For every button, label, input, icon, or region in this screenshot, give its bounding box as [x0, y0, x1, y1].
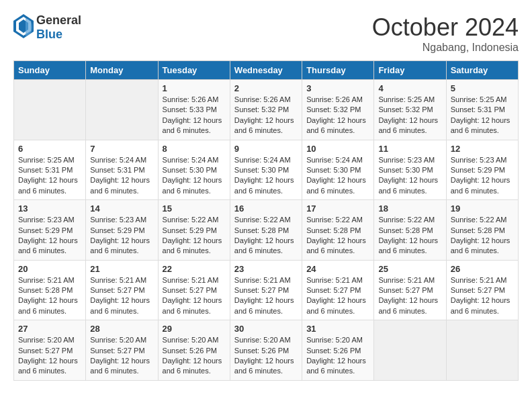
day-cell: 10 Sunrise: 5:24 AMSunset: 5:30 PMDaylig… — [302, 140, 374, 200]
day-number: 27 — [18, 324, 81, 334]
day-cell: 23 Sunrise: 5:21 AMSunset: 5:27 PMDaylig… — [230, 260, 302, 320]
day-number: 11 — [378, 144, 441, 154]
week-row-5: 27 Sunrise: 5:20 AMSunset: 5:27 PMDaylig… — [14, 320, 519, 381]
day-cell — [86, 80, 158, 140]
day-info: Sunrise: 5:26 AMSunset: 5:32 PMDaylight:… — [234, 95, 294, 134]
day-info: Sunrise: 5:23 AMSunset: 5:29 PMDaylight:… — [90, 216, 150, 255]
location: Ngabang, Indonesia — [372, 42, 519, 54]
day-info: Sunrise: 5:22 AMSunset: 5:28 PMDaylight:… — [451, 216, 511, 255]
day-cell: 8 Sunrise: 5:24 AMSunset: 5:30 PMDayligh… — [158, 140, 230, 200]
col-header-tuesday: Tuesday — [158, 61, 230, 80]
col-header-sunday: Sunday — [14, 61, 86, 80]
day-number: 31 — [306, 324, 369, 334]
day-cell: 12 Sunrise: 5:23 AMSunset: 5:29 PMDaylig… — [446, 140, 518, 200]
day-number: 16 — [234, 203, 298, 214]
day-info: Sunrise: 5:20 AMSunset: 5:27 PMDaylight:… — [90, 336, 150, 375]
day-info: Sunrise: 5:25 AMSunset: 5:32 PMDaylight:… — [378, 95, 438, 134]
day-number: 10 — [306, 144, 369, 154]
day-info: Sunrise: 5:21 AMSunset: 5:27 PMDaylight:… — [451, 276, 511, 315]
day-cell — [446, 320, 518, 381]
day-cell — [14, 80, 86, 140]
day-cell: 27 Sunrise: 5:20 AMSunset: 5:27 PMDaylig… — [14, 320, 86, 381]
day-cell: 3 Sunrise: 5:26 AMSunset: 5:32 PMDayligh… — [302, 80, 374, 140]
col-header-friday: Friday — [374, 61, 446, 80]
day-info: Sunrise: 5:21 AMSunset: 5:27 PMDaylight:… — [163, 276, 222, 315]
day-info: Sunrise: 5:22 AMSunset: 5:28 PMDaylight:… — [378, 216, 438, 255]
day-cell: 24 Sunrise: 5:21 AMSunset: 5:27 PMDaylig… — [302, 260, 374, 320]
day-number: 9 — [234, 144, 298, 154]
day-info: Sunrise: 5:26 AMSunset: 5:33 PMDaylight:… — [163, 95, 222, 134]
day-info: Sunrise: 5:23 AMSunset: 5:29 PMDaylight:… — [18, 216, 78, 255]
day-number: 21 — [90, 264, 153, 274]
day-cell: 11 Sunrise: 5:23 AMSunset: 5:30 PMDaylig… — [374, 140, 446, 200]
day-info: Sunrise: 5:24 AMSunset: 5:30 PMDaylight:… — [234, 156, 294, 195]
day-number: 14 — [90, 203, 153, 214]
day-cell: 2 Sunrise: 5:26 AMSunset: 5:32 PMDayligh… — [230, 80, 302, 140]
day-cell: 6 Sunrise: 5:25 AMSunset: 5:31 PMDayligh… — [14, 140, 86, 200]
day-number: 3 — [306, 83, 369, 93]
day-cell: 14 Sunrise: 5:23 AMSunset: 5:29 PMDaylig… — [86, 200, 158, 261]
day-info: Sunrise: 5:23 AMSunset: 5:29 PMDaylight:… — [451, 156, 511, 195]
day-cell: 15 Sunrise: 5:22 AMSunset: 5:29 PMDaylig… — [158, 200, 230, 261]
day-number: 12 — [451, 144, 514, 154]
day-number: 24 — [306, 264, 369, 274]
day-info: Sunrise: 5:20 AMSunset: 5:26 PMDaylight:… — [306, 336, 366, 375]
day-info: Sunrise: 5:21 AMSunset: 5:27 PMDaylight:… — [234, 276, 294, 315]
day-info: Sunrise: 5:26 AMSunset: 5:32 PMDaylight:… — [306, 95, 366, 134]
day-number: 13 — [18, 203, 81, 214]
day-cell: 1 Sunrise: 5:26 AMSunset: 5:33 PMDayligh… — [158, 80, 230, 140]
day-info: Sunrise: 5:22 AMSunset: 5:29 PMDaylight:… — [163, 216, 222, 255]
month-title: October 2024 — [372, 13, 519, 42]
day-number: 29 — [163, 324, 226, 334]
day-number: 20 — [18, 264, 81, 274]
day-cell: 16 Sunrise: 5:22 AMSunset: 5:28 PMDaylig… — [230, 200, 302, 261]
day-number: 5 — [451, 83, 514, 93]
logo-icon — [13, 14, 34, 41]
day-cell: 4 Sunrise: 5:25 AMSunset: 5:32 PMDayligh… — [374, 80, 446, 140]
header-row: SundayMondayTuesdayWednesdayThursdayFrid… — [14, 61, 519, 80]
day-number: 18 — [378, 203, 441, 214]
day-cell: 17 Sunrise: 5:22 AMSunset: 5:28 PMDaylig… — [302, 200, 374, 261]
day-cell: 25 Sunrise: 5:21 AMSunset: 5:27 PMDaylig… — [374, 260, 446, 320]
day-number: 17 — [306, 203, 369, 214]
day-cell: 5 Sunrise: 5:25 AMSunset: 5:31 PMDayligh… — [446, 80, 518, 140]
title-block: October 2024 Ngabang, Indonesia — [372, 13, 519, 54]
col-header-monday: Monday — [86, 61, 158, 80]
day-number: 1 — [163, 83, 226, 93]
day-info: Sunrise: 5:25 AMSunset: 5:31 PMDaylight:… — [451, 95, 511, 134]
day-cell: 28 Sunrise: 5:20 AMSunset: 5:27 PMDaylig… — [86, 320, 158, 381]
day-cell: 9 Sunrise: 5:24 AMSunset: 5:30 PMDayligh… — [230, 140, 302, 200]
week-row-3: 13 Sunrise: 5:23 AMSunset: 5:29 PMDaylig… — [14, 200, 519, 261]
logo: General Blue — [13, 13, 81, 42]
day-info: Sunrise: 5:24 AMSunset: 5:30 PMDaylight:… — [163, 156, 222, 195]
day-number: 19 — [451, 203, 514, 214]
day-cell: 26 Sunrise: 5:21 AMSunset: 5:27 PMDaylig… — [446, 260, 518, 320]
day-number: 7 — [90, 144, 153, 154]
week-row-2: 6 Sunrise: 5:25 AMSunset: 5:31 PMDayligh… — [14, 140, 519, 200]
week-row-4: 20 Sunrise: 5:21 AMSunset: 5:28 PMDaylig… — [14, 260, 519, 320]
day-cell: 22 Sunrise: 5:21 AMSunset: 5:27 PMDaylig… — [158, 260, 230, 320]
day-info: Sunrise: 5:24 AMSunset: 5:31 PMDaylight:… — [90, 156, 150, 195]
col-header-saturday: Saturday — [446, 61, 518, 80]
day-info: Sunrise: 5:23 AMSunset: 5:30 PMDaylight:… — [378, 156, 438, 195]
day-number: 2 — [234, 83, 298, 93]
day-cell — [374, 320, 446, 381]
day-cell: 7 Sunrise: 5:24 AMSunset: 5:31 PMDayligh… — [86, 140, 158, 200]
day-info: Sunrise: 5:20 AMSunset: 5:27 PMDaylight:… — [18, 336, 78, 375]
day-info: Sunrise: 5:25 AMSunset: 5:31 PMDaylight:… — [18, 156, 78, 195]
day-info: Sunrise: 5:20 AMSunset: 5:26 PMDaylight:… — [234, 336, 294, 375]
day-number: 25 — [378, 264, 441, 274]
day-cell: 30 Sunrise: 5:20 AMSunset: 5:26 PMDaylig… — [230, 320, 302, 381]
day-number: 23 — [234, 264, 298, 274]
day-number: 8 — [163, 144, 226, 154]
day-info: Sunrise: 5:22 AMSunset: 5:28 PMDaylight:… — [306, 216, 366, 255]
day-number: 15 — [163, 203, 226, 214]
col-header-thursday: Thursday — [302, 61, 374, 80]
day-cell: 29 Sunrise: 5:20 AMSunset: 5:26 PMDaylig… — [158, 320, 230, 381]
day-cell: 13 Sunrise: 5:23 AMSunset: 5:29 PMDaylig… — [14, 200, 86, 261]
logo-text: General Blue — [36, 13, 81, 42]
day-number: 22 — [163, 264, 226, 274]
day-number: 4 — [378, 83, 441, 93]
day-cell: 31 Sunrise: 5:20 AMSunset: 5:26 PMDaylig… — [302, 320, 374, 381]
day-info: Sunrise: 5:22 AMSunset: 5:28 PMDaylight:… — [234, 216, 294, 255]
